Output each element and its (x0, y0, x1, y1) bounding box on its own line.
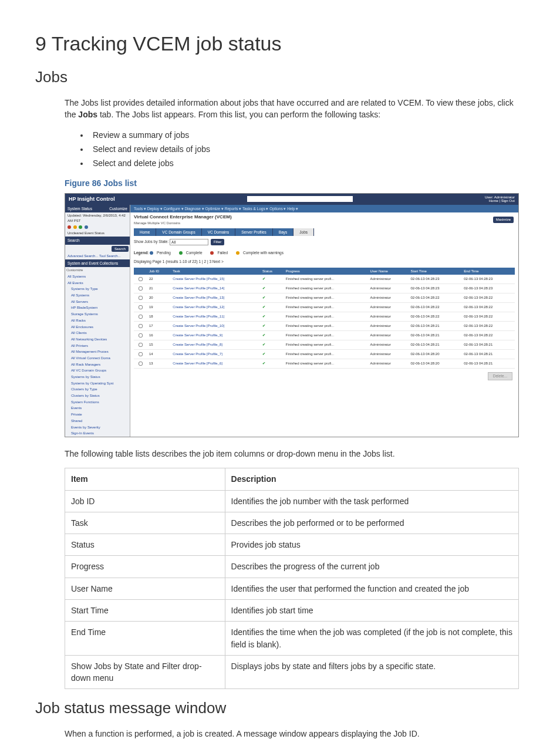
col-header[interactable]: Start Time (409, 268, 462, 275)
customize-link-small[interactable]: Customize (65, 267, 130, 274)
task-list: Review a summary of jobs Select and revi… (79, 129, 519, 170)
status-icons (65, 224, 130, 231)
cell-end: 02-06-13 04:28:22 (461, 322, 515, 331)
col-header[interactable]: Status (260, 268, 284, 275)
customize-link[interactable]: Customize (109, 206, 127, 211)
cell-start: 02-06-13 04:28:20 (409, 359, 462, 369)
table-row: StatusProvides job status (65, 534, 519, 556)
cell-end: 02-06-13 04:28:23 (461, 275, 515, 284)
cell-task-link[interactable]: Create Server Profile [Profile_11] (170, 312, 260, 322)
legend: Legend: Pending Complete Failed Complete… (130, 248, 518, 257)
col-header[interactable]: Job ID (147, 268, 170, 275)
cell-task-link[interactable]: Create Server Profile [Profile_13] (170, 293, 260, 303)
tree-item[interactable]: All Enclosures (65, 324, 130, 330)
tab-server-profiles[interactable]: Server Profiles (235, 228, 273, 236)
row-checkbox[interactable] (134, 322, 147, 331)
cell-status: ✔ (260, 275, 284, 284)
tree-item[interactable]: Systems by Status (65, 374, 130, 380)
tool-search-link[interactable]: Tool Search... (99, 254, 121, 258)
global-search-input[interactable] (247, 196, 353, 202)
row-checkbox[interactable] (134, 293, 147, 303)
tree-item[interactable]: Systems by Operating Syst (65, 380, 130, 387)
cell-task-link[interactable]: Create Server Profile [Profile_15] (170, 275, 260, 284)
cell-progress: Finished creating server profi... (284, 275, 368, 284)
content-title: Virtual Connect Enterprise Manager (VCEM… (134, 214, 232, 221)
tree-item[interactable]: All VC Domain Groups (65, 367, 130, 374)
row-checkbox[interactable] (134, 312, 147, 322)
tree-item[interactable]: All Racks (65, 318, 130, 324)
tree-item[interactable]: Shared (65, 418, 130, 424)
tree-item[interactable]: All Systems (65, 274, 130, 280)
table-row: Job IDIdentifies the job number with the… (65, 490, 519, 512)
tab-bays[interactable]: Bays (273, 228, 294, 236)
cell-status: ✔ (260, 293, 284, 303)
tree-item[interactable]: Storage Systems (65, 311, 130, 318)
cell-task-link[interactable]: Create Server Profile [Profile_12] (170, 303, 260, 312)
cell-progress: Finished creating server profi... (284, 284, 368, 293)
row-checkbox[interactable] (134, 340, 147, 350)
tab-home[interactable]: Home (134, 228, 156, 236)
tab-jobs[interactable]: Jobs (294, 228, 314, 236)
status-p1: When a function is performed, a job is c… (65, 728, 519, 740)
page-title: 9 Tracking VCEM job status (35, 29, 525, 58)
cell-task-link[interactable]: Create Server Profile [Profile_9] (170, 331, 260, 340)
tree-item[interactable]: System Functions (65, 399, 130, 406)
col-header[interactable]: User Name (368, 268, 409, 275)
tree-item[interactable]: All Printers (65, 343, 130, 349)
intro-paragraph: The Jobs list provides detailed informat… (65, 97, 519, 121)
tree-item[interactable]: All Networking Devices (65, 336, 130, 343)
tab-vc-domain-groups[interactable]: VC Domain Groups (156, 228, 201, 236)
cell-start: 02-06-13 04:28:21 (409, 331, 462, 340)
cell-status: ✔ (260, 322, 284, 331)
cell-end: 02-06-13 04:28:21 (461, 359, 515, 369)
tree-item[interactable]: All Virtual Connect Doma (65, 355, 130, 362)
tree-item[interactable]: All Management Proces (65, 349, 130, 355)
tab-vc-domains[interactable]: VC Domains (202, 228, 235, 236)
row-checkbox[interactable] (134, 284, 147, 293)
cell-user: Administrator (368, 350, 409, 359)
cell-desc: Identifies the time when the job was com… (225, 622, 518, 656)
tree-item[interactable]: Events by Severity (65, 424, 130, 431)
row-checkbox[interactable] (134, 359, 147, 369)
cell-task-link[interactable]: Create Server Profile [Profile_14] (170, 284, 260, 293)
tree-item[interactable]: Sign-In Events (65, 430, 130, 437)
state-select[interactable]: All (170, 239, 208, 245)
maximize-button[interactable]: Maximize (493, 217, 514, 223)
advanced-search-link[interactable]: Advanced Search... (68, 254, 98, 258)
cell-status: ✔ (260, 359, 284, 369)
tree-item[interactable]: All Clients (65, 330, 130, 336)
row-checkbox[interactable] (134, 303, 147, 312)
tree-item[interactable]: All Servers (65, 299, 130, 305)
cell-task-link[interactable]: Create Server Profile [Profile_10] (170, 322, 260, 331)
tree-item[interactable]: Systems by Type (65, 286, 130, 292)
search-button[interactable]: Search (112, 246, 129, 252)
col-header[interactable]: Task (170, 268, 260, 275)
cell-task-link[interactable]: Create Server Profile [Profile_8] (170, 340, 260, 350)
tree-item[interactable]: All Events (65, 280, 130, 286)
table-row: 21Create Server Profile [Profile_14]✔Fin… (134, 284, 515, 293)
row-checkbox[interactable] (134, 275, 147, 284)
tree-item[interactable]: Clusters by Type (65, 386, 130, 393)
cell-task-link[interactable]: Create Server Profile [Profile_7] (170, 350, 260, 359)
main-menu-bar[interactable]: Tools ▾ Deploy ▾ Configure ▾ Diagnose ▾ … (130, 205, 518, 212)
delete-button[interactable]: Delete... (488, 372, 512, 380)
tree-item[interactable]: Events (65, 405, 130, 411)
tree-item[interactable]: HP BladeSystem (65, 305, 130, 311)
col-header[interactable]: End Time (461, 268, 515, 275)
filter-button[interactable]: Filter (211, 239, 224, 245)
cell-user: Administrator (368, 312, 409, 322)
pager[interactable]: Displaying Page 1 (results 1-10 of 22) 1… (130, 257, 518, 266)
row-checkbox[interactable] (134, 350, 147, 359)
tree-item[interactable]: Clusters by Status (65, 393, 130, 399)
table-row: 17Create Server Profile [Profile_10]✔Fin… (134, 322, 515, 331)
tree-item[interactable]: All Rack Managers (65, 362, 130, 368)
cell-status: ✔ (260, 331, 284, 340)
row-checkbox[interactable] (134, 331, 147, 340)
cell-task-link[interactable]: Create Server Profile [Profile_6] (170, 359, 260, 369)
col-header[interactable]: Progress (284, 268, 368, 275)
tree-item[interactable]: Private (65, 411, 130, 418)
cell-start: 02-06-13 04:28:21 (409, 322, 462, 331)
tree-item[interactable]: All Systems (65, 292, 130, 299)
col-header[interactable] (134, 268, 147, 275)
cell-item: Job ID (65, 490, 225, 512)
